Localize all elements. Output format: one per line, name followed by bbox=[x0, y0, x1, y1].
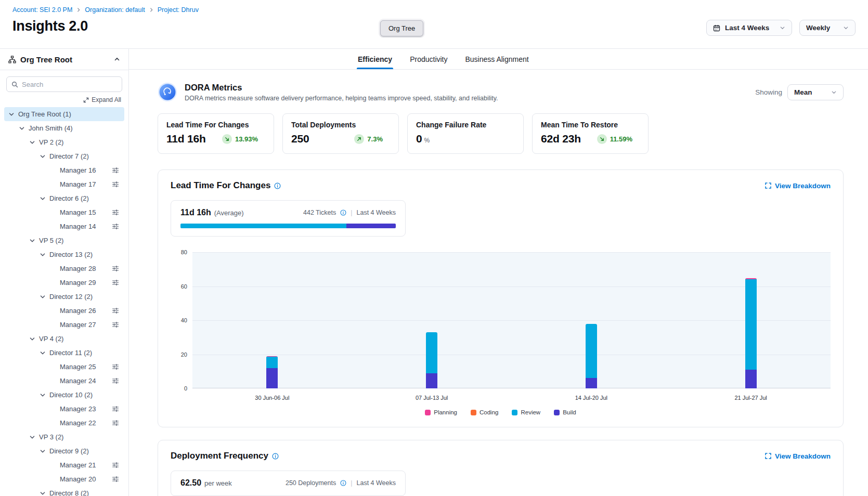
chevron-down-icon[interactable] bbox=[39, 153, 46, 160]
tree-item-org-tree-root[interactable]: Org Tree Root (1) bbox=[4, 107, 124, 121]
breadcrumb-link-account[interactable]: Account: SEI 2.0 PM bbox=[12, 6, 72, 14]
legend-item-build[interactable]: Build bbox=[554, 409, 576, 415]
tree-item-manager-24[interactable]: Manager 24 bbox=[4, 374, 124, 388]
bar-column-07-jul-13-jul bbox=[352, 252, 512, 388]
tree-item-manager-27[interactable]: Manager 27 bbox=[4, 318, 124, 332]
trend-percentage: 11.59% bbox=[610, 135, 632, 143]
tree-item-label: Manager 21 bbox=[60, 461, 96, 469]
chevron-down-icon[interactable] bbox=[29, 139, 36, 146]
sliders-icon[interactable] bbox=[112, 307, 119, 314]
tree-item-manager-22[interactable]: Manager 22 bbox=[4, 416, 124, 430]
sliders-icon[interactable] bbox=[112, 462, 119, 468]
dora-metric-cards: Lead Time For Changes11d 16h13.93%Total … bbox=[158, 113, 844, 154]
tree-item-manager-28[interactable]: Manager 28 bbox=[4, 262, 124, 276]
chevron-down-icon[interactable] bbox=[39, 490, 46, 496]
chevron-down-icon[interactable] bbox=[29, 434, 36, 441]
sliders-icon[interactable] bbox=[112, 420, 119, 426]
org-tree-button[interactable]: Org Tree bbox=[380, 20, 423, 36]
tree-item-manager-29[interactable]: Manager 29 bbox=[4, 276, 124, 290]
metric-value-row: 62d 23h11.59% bbox=[541, 133, 640, 145]
tree-item-label: Manager 17 bbox=[60, 180, 96, 188]
sliders-icon[interactable] bbox=[112, 265, 119, 272]
tree-item-manager-15[interactable]: Manager 15 bbox=[4, 205, 124, 219]
legend-item-coding[interactable]: Coding bbox=[471, 409, 498, 415]
tree-item-vp-4[interactable]: VP 4 (2) bbox=[4, 332, 124, 346]
breadcrumb-link-project[interactable]: Project: Dhruv bbox=[158, 6, 199, 14]
tab-business-alignment[interactable]: Business Alignment bbox=[465, 49, 529, 69]
date-range-select[interactable]: Last 4 Weeks bbox=[706, 20, 792, 36]
sliders-icon[interactable] bbox=[112, 279, 119, 286]
tree-item-vp-5[interactable]: VP 5 (2) bbox=[4, 233, 124, 247]
sliders-icon[interactable] bbox=[112, 363, 119, 370]
tree-item-manager-16[interactable]: Manager 16 bbox=[4, 163, 124, 177]
chevron-down-icon[interactable] bbox=[18, 125, 25, 132]
lead-time-view-breakdown[interactable]: View Breakdown bbox=[765, 182, 831, 190]
tree-item-john-smith[interactable]: John Smith (4) bbox=[4, 121, 124, 135]
info-icon[interactable] bbox=[340, 480, 346, 486]
trend-percentage: 7.3% bbox=[367, 135, 383, 143]
chevron-down-icon bbox=[843, 25, 849, 31]
tree-item-label: Manager 27 bbox=[60, 321, 96, 329]
tree-item-label: VP 4 (2) bbox=[39, 335, 63, 343]
tree-item-director-12[interactable]: Director 12 (2) bbox=[4, 290, 124, 304]
sidebar-collapse-chevron-up-icon[interactable] bbox=[114, 56, 120, 62]
chevron-down-icon[interactable] bbox=[39, 349, 46, 357]
tree-item-director-10[interactable]: Director 10 (2) bbox=[4, 388, 124, 402]
chevron-down-icon[interactable] bbox=[39, 251, 46, 258]
tree-item-vp-2[interactable]: VP 2 (2) bbox=[4, 135, 124, 149]
chevron-down-icon[interactable] bbox=[39, 195, 46, 202]
chevron-down-icon[interactable] bbox=[39, 448, 46, 455]
trend-percentage: 13.93% bbox=[235, 135, 258, 143]
metric-value: 11d 16h bbox=[166, 133, 206, 145]
tree-item-director-13[interactable]: Director 13 (2) bbox=[4, 247, 124, 262]
tree-item-director-11[interactable]: Director 11 (2) bbox=[4, 346, 124, 360]
legend-item-review[interactable]: Review bbox=[512, 409, 540, 415]
tree-item-manager-14[interactable]: Manager 14 bbox=[4, 219, 124, 233]
tree-item-director-7[interactable]: Director 7 (2) bbox=[4, 149, 124, 163]
chevron-down-icon[interactable] bbox=[29, 335, 36, 343]
tree-item-director-8[interactable]: Director 8 (2) bbox=[4, 486, 124, 496]
tree-item-vp-3[interactable]: VP 3 (2) bbox=[4, 430, 124, 444]
sliders-icon[interactable] bbox=[112, 209, 119, 216]
sliders-icon[interactable] bbox=[112, 406, 119, 412]
tree-item-manager-21[interactable]: Manager 21 bbox=[4, 458, 124, 472]
tree-item-manager-17[interactable]: Manager 17 bbox=[4, 177, 124, 191]
dora-metrics-icon bbox=[158, 82, 177, 102]
deployment-view-breakdown[interactable]: View Breakdown bbox=[765, 452, 831, 460]
showing-select[interactable]: Mean bbox=[787, 84, 844, 100]
tree-item-director-6[interactable]: Director 6 (2) bbox=[4, 191, 124, 205]
top-bar: Account: SEI 2.0 PMOrganization: default… bbox=[0, 0, 868, 49]
chevron-down-icon[interactable] bbox=[29, 237, 36, 244]
tree-item-manager-20[interactable]: Manager 20 bbox=[4, 472, 124, 486]
breadcrumb-separator-icon bbox=[76, 7, 81, 12]
tree-item-manager-26[interactable]: Manager 26 bbox=[4, 304, 124, 318]
sliders-icon[interactable] bbox=[112, 223, 119, 230]
tree-item-manager-23[interactable]: Manager 23 bbox=[4, 402, 124, 416]
bars-layer bbox=[192, 252, 831, 388]
info-icon[interactable] bbox=[340, 210, 346, 216]
tree-indent-spacer bbox=[49, 307, 57, 315]
sliders-icon[interactable] bbox=[112, 167, 119, 174]
sliders-icon[interactable] bbox=[112, 377, 119, 384]
tree-item-manager-25[interactable]: Manager 25 bbox=[4, 360, 124, 374]
bar-segment-build bbox=[426, 373, 437, 388]
granularity-select[interactable]: Weekly bbox=[799, 20, 856, 36]
sliders-icon[interactable] bbox=[112, 321, 119, 328]
info-icon[interactable] bbox=[272, 453, 279, 460]
x-axis-label: 30 Jun-06 Jul bbox=[192, 395, 352, 401]
expand-all-button[interactable]: Expand All bbox=[7, 96, 121, 103]
metric-title: Lead Time For Changes bbox=[166, 121, 265, 129]
tree-indent-spacer bbox=[49, 181, 57, 188]
chevron-down-icon[interactable] bbox=[8, 111, 15, 118]
tab-efficiency[interactable]: Efficiency bbox=[358, 49, 392, 69]
sliders-icon[interactable] bbox=[112, 181, 119, 188]
search-input[interactable] bbox=[22, 81, 117, 88]
sliders-icon[interactable] bbox=[112, 476, 119, 482]
tree-item-director-9[interactable]: Director 9 (2) bbox=[4, 444, 124, 458]
tab-productivity[interactable]: Productivity bbox=[410, 49, 447, 69]
legend-item-planning[interactable]: Planning bbox=[425, 409, 457, 415]
breadcrumb-link-organization[interactable]: Organization: default bbox=[85, 6, 145, 14]
info-icon[interactable] bbox=[274, 182, 281, 189]
chevron-down-icon[interactable] bbox=[39, 391, 46, 399]
chevron-down-icon[interactable] bbox=[39, 293, 46, 301]
